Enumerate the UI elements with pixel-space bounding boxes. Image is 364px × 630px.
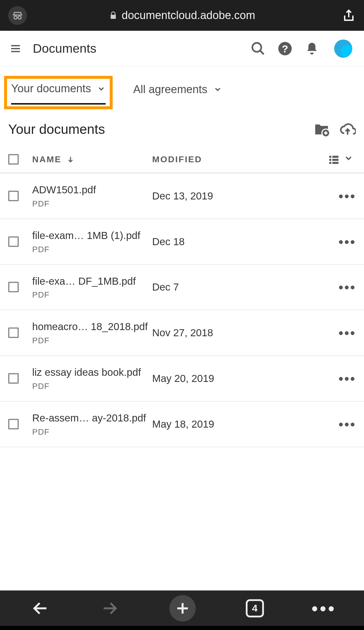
file-name: homeacro… 18_2018.pdf <box>32 320 152 333</box>
help-icon[interactable]: ? <box>277 41 293 56</box>
list-view-icon[interactable] <box>328 153 340 165</box>
svg-point-1 <box>18 16 21 19</box>
upload-cloud-icon[interactable] <box>339 121 356 137</box>
svg-line-7 <box>260 50 264 54</box>
file-name: file-exam… 1MB (1).pdf <box>32 229 152 242</box>
file-modified: Dec 18 <box>152 236 335 247</box>
file-modified: Dec 7 <box>152 281 335 293</box>
sort-arrow-down-icon <box>67 156 74 163</box>
row-checkbox[interactable] <box>8 191 19 201</box>
more-icon[interactable]: ●●● <box>338 373 356 383</box>
more-icon[interactable]: ●●● <box>338 191 356 201</box>
column-name[interactable]: NAME <box>32 154 61 164</box>
app-body: Documents ? Your documents All agreement… <box>0 31 364 447</box>
column-modified[interactable]: MODIFIED <box>152 154 202 164</box>
file-modified: Nov 27, 2018 <box>152 327 335 339</box>
url-text: documentcloud.adobe.com <box>122 9 255 22</box>
tab-count: 4 <box>252 602 257 614</box>
share-icon[interactable] <box>342 8 356 23</box>
file-name: Re-assem… ay-2018.pdf <box>32 412 152 424</box>
browser-chrome: documentcloud.adobe.com <box>0 0 364 31</box>
more-icon[interactable]: ●●● <box>338 328 356 338</box>
table-row[interactable]: liz essay ideas book.pdf PDF May 20, 201… <box>0 356 364 402</box>
select-all-checkbox[interactable] <box>8 154 19 165</box>
chevron-down-icon <box>97 84 106 93</box>
svg-rect-14 <box>329 156 331 158</box>
tab-wrap: All agreements <box>129 77 226 109</box>
svg-rect-16 <box>329 159 331 161</box>
file-name: file-exa… DF_1MB.pdf <box>32 275 152 288</box>
row-checkbox[interactable] <box>8 327 19 338</box>
file-type: PDF <box>32 290 152 300</box>
tab-your-documents[interactable]: Your documents <box>11 82 106 105</box>
file-type: PDF <box>32 199 152 209</box>
file-type: PDF <box>32 336 152 345</box>
svg-rect-17 <box>332 159 339 161</box>
avatar[interactable] <box>334 40 352 58</box>
url-bar[interactable]: documentcloud.adobe.com <box>8 9 356 22</box>
search-icon[interactable] <box>250 41 266 56</box>
incognito-icon <box>8 6 27 25</box>
tab-label: All agreements <box>133 83 207 96</box>
svg-text:?: ? <box>282 43 288 54</box>
table-row[interactable]: homeacro… 18_2018.pdf PDF Nov 27, 2018 ●… <box>0 310 364 356</box>
tabs-row: Your documents All agreements <box>0 66 364 121</box>
row-checkbox[interactable] <box>8 236 19 247</box>
svg-point-0 <box>14 16 17 19</box>
table-row[interactable]: Re-assem… ay-2018.pdf PDF May 18, 2019 ●… <box>0 402 364 447</box>
new-tab-button[interactable] <box>169 595 196 622</box>
row-checkbox[interactable] <box>8 419 19 429</box>
tabs-button[interactable]: 4 <box>246 599 264 617</box>
top-bar: Documents ? <box>0 31 364 66</box>
svg-rect-18 <box>329 162 331 164</box>
chevron-down-icon <box>213 85 222 94</box>
file-type: PDF <box>32 245 152 254</box>
file-modified: May 18, 2019 <box>152 418 335 430</box>
file-type: PDF <box>32 427 152 437</box>
table-row[interactable]: ADW1501.pdf PDF Dec 13, 2019 ●●● <box>0 173 364 219</box>
more-icon[interactable]: ●●● <box>338 282 356 292</box>
back-button[interactable] <box>31 599 50 618</box>
file-list: ADW1501.pdf PDF Dec 13, 2019 ●●● file-ex… <box>0 173 364 447</box>
tab-all-agreements[interactable]: All agreements <box>133 83 222 104</box>
more-icon[interactable]: ●●● <box>338 419 356 429</box>
table-header: NAME MODIFIED <box>0 146 364 173</box>
lock-icon <box>109 11 118 20</box>
tab-label: Your documents <box>11 82 91 95</box>
svg-point-6 <box>253 43 261 52</box>
file-type: PDF <box>32 382 152 391</box>
table-row[interactable]: file-exa… DF_1MB.pdf PDF Dec 7 ●●● <box>0 265 364 310</box>
bell-icon[interactable] <box>304 41 320 56</box>
svg-rect-15 <box>332 156 339 158</box>
chevron-down-icon[interactable] <box>344 153 356 165</box>
section-title: Your documents <box>8 121 105 137</box>
table-row[interactable]: file-exam… 1MB (1).pdf PDF Dec 18 ●●● <box>0 219 364 265</box>
highlight-box: Your documents <box>4 76 113 109</box>
section-header: Your documents <box>0 121 364 146</box>
page-title: Documents <box>33 41 96 56</box>
file-modified: Dec 13, 2019 <box>152 190 335 202</box>
browser-menu-button[interactable]: ●●● <box>314 599 333 618</box>
row-checkbox[interactable] <box>8 282 19 292</box>
hamburger-icon[interactable] <box>9 43 22 54</box>
more-icon[interactable]: ●●● <box>338 237 356 247</box>
file-name: liz essay ideas book.pdf <box>32 366 152 379</box>
row-checkbox[interactable] <box>8 373 19 384</box>
svg-rect-19 <box>332 162 339 164</box>
file-modified: May 20, 2019 <box>152 373 335 384</box>
forward-button <box>100 599 119 618</box>
file-name: ADW1501.pdf <box>32 183 152 196</box>
browser-bottom-bar: 4 ●●● <box>0 590 364 630</box>
new-folder-icon[interactable] <box>313 121 329 137</box>
